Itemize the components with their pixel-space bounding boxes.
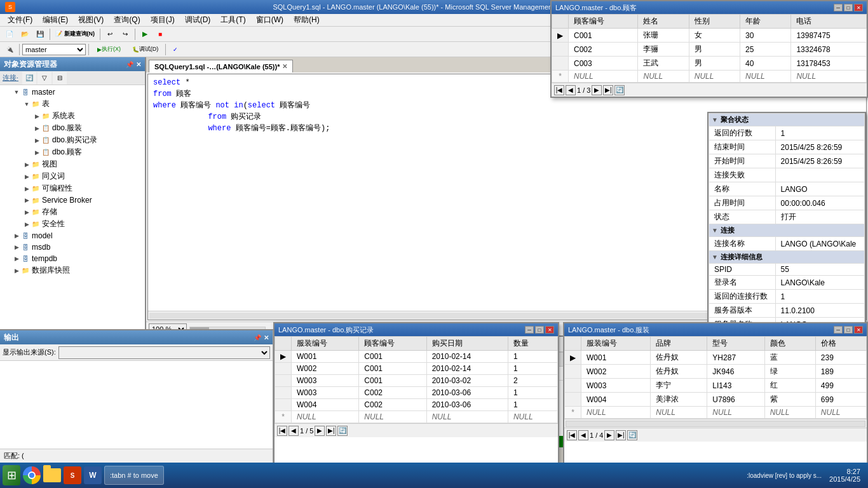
tree-node-views[interactable]: ▶ 📁 视图 (1, 158, 144, 170)
fnav-refresh[interactable]: 🔄 (627, 430, 637, 440)
undo-btn[interactable]: ↩ (103, 28, 117, 41)
sep5 (88, 44, 89, 55)
tree-node-tempdb[interactable]: ▶ 🗄 tempdb (1, 253, 144, 264)
collapse-icon-agg[interactable]: ▼ (712, 116, 718, 123)
output-pin-icon[interactable]: 📌 (254, 334, 261, 341)
purchase-maximize[interactable]: □ (535, 326, 544, 334)
purchase-table-window: LANGO.master - dbo.购买记录 ─ □ ✕ 服装编号 顾客编号 … (273, 322, 559, 481)
null-row: * NULL NULL NULL NULL NULL (565, 407, 867, 419)
stop-btn[interactable]: ■ (153, 28, 167, 41)
purchase-controls: ─ □ ✕ (525, 326, 554, 334)
purchase-close[interactable]: ✕ (545, 326, 554, 334)
fnav-next[interactable]: ▶ (604, 430, 614, 440)
menu-help[interactable]: 帮助(H) (288, 13, 325, 27)
tree-node-model[interactable]: ▶ 🗄 model (1, 230, 144, 241)
filter-btn[interactable]: ▽ (37, 72, 51, 85)
tree-node-purchase[interactable]: ▶ 📋 dbo.购买记录 (1, 134, 144, 146)
pnav-next[interactable]: ▶ (315, 426, 325, 436)
tree-node-programmability[interactable]: ▶ 📁 可编程性 (1, 182, 144, 194)
parse-btn[interactable]: ✓ (168, 43, 182, 56)
purchase-minimize[interactable]: ─ (525, 326, 534, 334)
close-panel-icon[interactable]: ✕ (136, 61, 141, 68)
debug-btn[interactable]: 🐛 调试(D) (128, 43, 163, 56)
new-query-btn[interactable]: 📝 新建查询(N) (53, 28, 97, 41)
menu-edit[interactable]: 编辑(E) (37, 13, 73, 27)
clothing-close[interactable]: ✕ (854, 326, 863, 334)
clothing-hscroll[interactable] (564, 419, 867, 428)
folder-icon-broker: 📁 (31, 195, 41, 205)
collapse-icon-detail[interactable]: ▼ (712, 254, 718, 261)
menu-query[interactable]: 查询(Q) (109, 13, 145, 27)
connect-btn[interactable]: 🔌 (3, 43, 17, 56)
output-source-selector[interactable] (58, 346, 270, 359)
word-icon[interactable]: W (84, 466, 102, 484)
tree-node-msdb[interactable]: ▶ 🗄 msdb (1, 241, 144, 253)
pnav-refresh[interactable]: 🔄 (337, 426, 348, 436)
customer-table-close[interactable]: ✕ (854, 4, 863, 11)
menu-debug[interactable]: 调试(D) (180, 13, 216, 27)
nav-last[interactable]: ▶| (603, 85, 613, 95)
fnav-first[interactable]: |◀ (567, 430, 577, 440)
menu-file[interactable]: 文件(F) (3, 13, 37, 27)
clothing-minimize[interactable]: ─ (834, 326, 843, 334)
taskbar: ⊞ S W :tabn # to move :loadview [rev] to… (0, 463, 868, 488)
run-btn[interactable]: ▶ (138, 28, 152, 41)
tab-close-btn[interactable]: ✕ (282, 63, 287, 70)
customer-table-minimize[interactable]: ─ (834, 4, 843, 11)
folder-icon-snapshots: 📁 (20, 266, 31, 276)
output-title: 输出 (4, 332, 19, 343)
refresh-btn[interactable]: 🔄 (22, 72, 36, 85)
tree-node-synonyms[interactable]: ▶ 📁 同义词 (1, 170, 144, 182)
agg-name: 名称 LANGO (709, 182, 865, 196)
save-btn[interactable]: 💾 (33, 28, 47, 41)
tree-node-customer[interactable]: ▶ 📋 dbo.顾客 (1, 146, 144, 158)
cell-c001[interactable]: C001 (569, 29, 638, 43)
fnav-last[interactable]: ▶| (616, 430, 626, 440)
new-file-btn[interactable]: 📄 (3, 28, 17, 41)
folder-taskbar-icon[interactable] (43, 466, 61, 484)
open-btn[interactable]: 📂 (18, 28, 32, 41)
folder-icon-prog: 📁 (31, 184, 41, 194)
sql-server-icon[interactable]: S (64, 466, 81, 484)
menu-window[interactable]: 窗口(W) (251, 13, 288, 27)
nav-prev[interactable]: ◀ (566, 85, 576, 95)
table-row: C003 王武 男 40 13178453 (552, 57, 867, 71)
execute-btn[interactable]: ▶ 执行(X) (92, 43, 126, 56)
chrome-icon[interactable] (23, 466, 41, 484)
pnav-first[interactable]: |◀ (277, 426, 287, 436)
tree-node-master[interactable]: ▼ 🗄 master (1, 86, 144, 98)
taskbar-sqlserver-item[interactable]: :tabn # to move (104, 466, 164, 485)
menu-tools[interactable]: 工具(T) (215, 13, 250, 27)
nav-next[interactable]: ▶ (592, 85, 602, 95)
customer-table-maximize[interactable]: □ (844, 4, 853, 11)
tree-node-tables[interactable]: ▼ 📁 表 (1, 98, 144, 110)
tree-node-snapshots[interactable]: ▶ 📁 数据库快照 (1, 264, 144, 276)
sep6 (165, 44, 166, 55)
agg-section-header-connect: ▼ 连接 (709, 224, 865, 237)
redo-btn[interactable]: ↪ (118, 28, 132, 41)
tree-node-storage[interactable]: ▶ 📁 存储 (1, 206, 144, 218)
nav-first[interactable]: |◀ (554, 85, 564, 95)
pnav-prev[interactable]: ◀ (288, 426, 299, 436)
output-close-icon[interactable]: ✕ (264, 334, 269, 341)
tree-node-broker[interactable]: ▶ 📁 Service Broker (1, 194, 144, 206)
tree-node-system-tables[interactable]: ▶ 📁 系统表 (1, 110, 144, 122)
database-selector[interactable]: master (22, 44, 86, 55)
collapse-icon-connect[interactable]: ▼ (712, 227, 718, 234)
connect-link[interactable]: 连接· (3, 73, 18, 83)
agg-end-time: 结束时间 2015/4/25 8:26:59 (709, 140, 865, 154)
tree-node-security[interactable]: ▶ 📁 安全性 (1, 218, 144, 230)
start-button[interactable]: ⊞ (3, 466, 20, 484)
pin-icon[interactable]: 📌 (126, 61, 133, 68)
fnav-prev[interactable]: ◀ (578, 430, 588, 440)
collapse-btn[interactable]: ⊟ (53, 72, 67, 85)
customer-data-table: 顾客编号 姓名 性别 年龄 电话 ▶ C001 张珊 女 30 13987475 (552, 14, 867, 83)
clothing-maximize[interactable]: □ (844, 326, 853, 334)
pnav-last[interactable]: ▶| (326, 426, 336, 436)
clothing-table-title-bar: LANGO.master - dbo.服装 ─ □ ✕ (564, 323, 867, 336)
menu-view[interactable]: 视图(V) (73, 13, 109, 27)
nav-refresh[interactable]: 🔄 (614, 85, 625, 95)
query-tab[interactable]: SQLQuery1.sql -…(LANGO\Kale (55))* ✕ (149, 60, 293, 72)
tree-node-clothing[interactable]: ▶ 📋 dbo.服装 (1, 122, 144, 134)
menu-project[interactable]: 项目(J) (146, 13, 180, 27)
